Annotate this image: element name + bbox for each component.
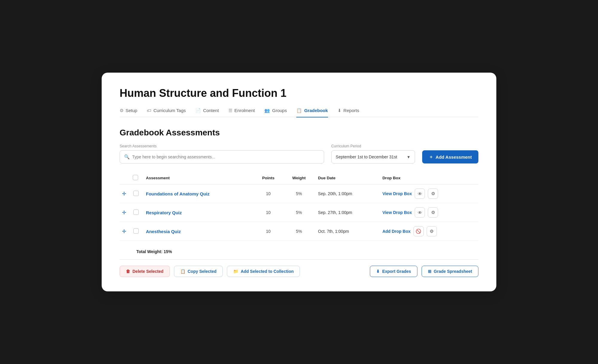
tab-content[interactable]: 📄 Content	[195, 108, 219, 117]
drag-handle-icon[interactable]: ✛	[122, 191, 126, 197]
due-date-cell: Sep. 20th, 1:00pm	[316, 184, 380, 203]
add-assessment-label: Add Assessment	[436, 155, 472, 160]
setup-icon: ⚙	[120, 108, 123, 113]
weight-column-header: Weight	[284, 172, 315, 184]
settings-icon-button[interactable]: ⚙	[428, 207, 438, 218]
gear-icon: ⚙	[431, 210, 435, 215]
row-checkbox-cell	[130, 222, 144, 241]
assessment-name-cell: Foundations of Anatomy Quiz	[144, 184, 254, 203]
due-date-column-header: Due Date	[316, 172, 380, 184]
row-checkbox[interactable]	[133, 209, 139, 215]
settings-icon-button[interactable]: ⚙	[427, 226, 437, 236]
weight-cell: 5%	[284, 222, 315, 241]
period-select[interactable]: September 1st to December 31st ▼	[331, 150, 415, 163]
tab-enrolment[interactable]: ☰ Enrolment	[228, 108, 255, 117]
plus-icon: ＋	[429, 154, 433, 160]
eye-icon-button[interactable]: 👁	[415, 189, 425, 199]
action-bar-right: ⬇ Export Grades ⊞ Grade Spreadsheet	[370, 266, 478, 277]
gear-icon: ⚙	[431, 191, 435, 196]
eye-icon: 👁	[418, 210, 422, 215]
main-card: Human Structure and Function 1 ⚙ Setup 🏷…	[102, 73, 496, 292]
search-label: Search Assessements	[120, 144, 324, 148]
assessment-name-link[interactable]: Anesthesia Quiz	[146, 229, 181, 234]
dropbox-actions: View Drop Box 👁 ⚙	[382, 207, 474, 218]
add-dropbox-link[interactable]: Add Drop Box	[382, 229, 411, 234]
assessment-name-cell: Respiratory Quiz	[144, 203, 254, 222]
drag-handle-icon[interactable]: ✛	[122, 210, 126, 215]
view-dropbox-link[interactable]: View Drop Box	[382, 191, 412, 196]
period-label: Curriculum Period	[331, 144, 415, 148]
drag-handle-icon[interactable]: ✛	[122, 229, 126, 234]
search-group: Search Assessements 🔍	[120, 144, 324, 163]
tab-groups[interactable]: 👥 Groups	[264, 108, 287, 117]
spreadsheet-icon: ⊞	[428, 269, 431, 274]
delete-selected-button[interactable]: 🗑 Delete Selected	[120, 266, 170, 277]
points-column-header: Points	[254, 172, 284, 184]
search-icon: 🔍	[124, 154, 130, 160]
copy-icon: 📋	[180, 269, 185, 274]
chevron-down-icon: ▼	[407, 155, 411, 159]
section-title: Gradebook Assessments	[120, 128, 478, 137]
assessment-name-link[interactable]: Foundations of Anatomy Quiz	[146, 191, 210, 196]
copy-selected-button[interactable]: 📋 Copy Selected	[174, 266, 223, 277]
export-grades-button[interactable]: ⬇ Export Grades	[370, 266, 417, 277]
row-checkbox-cell	[130, 184, 144, 203]
assessment-table: Assessment Points Weight Due Date Drop B…	[120, 172, 478, 241]
view-dropbox-link[interactable]: View Drop Box	[382, 210, 412, 215]
eye-off-icon: 🚫	[416, 229, 421, 234]
eye-icon: 👁	[418, 191, 422, 196]
eye-off-icon-button[interactable]: 🚫	[414, 226, 424, 236]
assessment-name-link[interactable]: Respiratory Quiz	[146, 210, 182, 215]
drag-handle-cell: ✛	[120, 184, 130, 203]
download-icon: ⬇	[376, 269, 380, 274]
nav-tabs: ⚙ Setup 🏷 Curriculum Tags 📄 Content ☰ En…	[120, 108, 478, 117]
total-weight: Total Weight: 15%	[120, 246, 478, 260]
trash-icon: 🗑	[126, 269, 130, 274]
tab-curriculum-tags[interactable]: 🏷 Curriculum Tags	[147, 108, 186, 117]
row-checkbox[interactable]	[133, 228, 139, 234]
eye-icon-button[interactable]: 👁	[415, 207, 425, 218]
row-checkbox-cell	[130, 203, 144, 222]
grade-spreadsheet-label: Grade Spreadsheet	[434, 269, 472, 274]
add-collection-label: Add Selected to Collection	[241, 269, 294, 274]
drag-handle-cell: ✛	[120, 203, 130, 222]
search-row: Search Assessements 🔍 Curriculum Period …	[120, 144, 478, 163]
tab-gradebook[interactable]: 📋 Gradebook	[296, 108, 328, 117]
tab-setup[interactable]: ⚙ Setup	[120, 108, 137, 117]
points-cell: 10	[254, 222, 284, 241]
add-collection-button[interactable]: 📁 Add Selected to Collection	[227, 266, 300, 277]
tag-icon: 🏷	[147, 108, 151, 113]
select-all-checkbox[interactable]	[133, 175, 138, 180]
drop-box-cell: View Drop Box 👁 ⚙	[380, 184, 478, 203]
table-row: ✛ Respiratory Quiz 10 5% Sep. 27th, 1:00…	[120, 203, 478, 222]
enrolment-icon: ☰	[228, 108, 232, 113]
drop-box-cell: View Drop Box 👁 ⚙	[380, 203, 478, 222]
settings-icon-button[interactable]: ⚙	[428, 189, 438, 199]
copy-selected-label: Copy Selected	[188, 269, 216, 274]
table-row: ✛ Foundations of Anatomy Quiz 10 5% Sep.…	[120, 184, 478, 203]
table-row: ✛ Anesthesia Quiz 10 5% Oct. 7th, 1:00pm…	[120, 222, 478, 241]
folder-icon: 📁	[233, 269, 238, 274]
due-date-cell: Sep. 27th, 1:00pm	[316, 203, 380, 222]
delete-selected-label: Delete Selected	[132, 269, 164, 274]
dropbox-actions: View Drop Box 👁 ⚙	[382, 189, 474, 199]
row-checkbox[interactable]	[133, 191, 139, 196]
weight-cell: 5%	[284, 203, 315, 222]
grade-spreadsheet-button[interactable]: ⊞ Grade Spreadsheet	[422, 266, 478, 277]
gear-icon: ⚙	[430, 229, 434, 234]
tab-reports[interactable]: ⬇ Reports	[338, 108, 359, 117]
reports-icon: ⬇	[338, 108, 341, 113]
content-icon: 📄	[195, 108, 201, 113]
drop-box-cell: Add Drop Box 🚫 ⚙	[380, 222, 478, 241]
search-input[interactable]	[132, 155, 320, 159]
due-date-cell: Oct. 7th, 1:00pm	[316, 222, 380, 241]
period-group: Curriculum Period September 1st to Decem…	[331, 144, 415, 163]
assessment-name-cell: Anesthesia Quiz	[144, 222, 254, 241]
gradebook-icon: 📋	[296, 108, 302, 113]
points-cell: 10	[254, 203, 284, 222]
weight-cell: 5%	[284, 184, 315, 203]
drag-header	[120, 172, 130, 184]
action-bar: 🗑 Delete Selected 📋 Copy Selected 📁 Add …	[120, 266, 478, 277]
add-assessment-button[interactable]: ＋ Add Assessment	[422, 150, 478, 163]
assessment-column-header: Assessment	[144, 172, 254, 184]
